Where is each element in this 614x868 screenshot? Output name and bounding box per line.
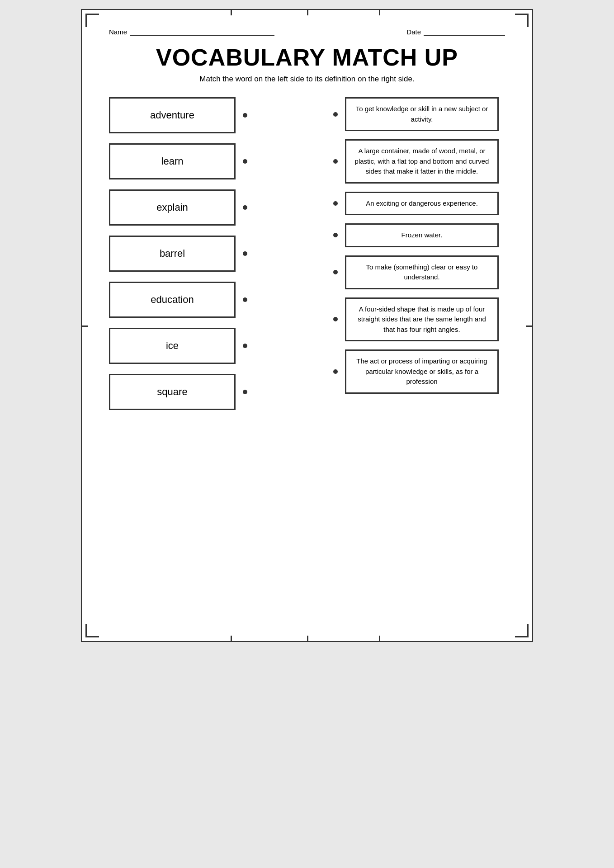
- definitions-column: To get knowledge or skill in a new subje…: [333, 97, 505, 410]
- dot-adventure: [243, 113, 247, 118]
- dot-def-0: [333, 112, 338, 117]
- word-box-barrel: barrel: [109, 236, 236, 272]
- date-section: Date: [406, 28, 505, 36]
- name-underline[interactable]: [130, 28, 274, 36]
- def-row-4: To make (something) clear or easy to und…: [333, 255, 505, 289]
- words-column: adventure learn explain barrel: [109, 97, 263, 410]
- def-row-0: To get knowledge or skill in a new subje…: [333, 97, 505, 131]
- tick-top-2: [307, 10, 308, 15]
- def-box-0: To get knowledge or skill in a new subje…: [345, 97, 499, 131]
- side-notch-right: [526, 326, 532, 327]
- dot-def-5: [333, 317, 338, 321]
- corner-br: [515, 624, 529, 637]
- dot-square: [243, 390, 247, 394]
- tick-bottom-1: [231, 636, 232, 641]
- name-label: Name: [109, 28, 127, 36]
- dot-education: [243, 297, 247, 302]
- dot-ice: [243, 344, 247, 348]
- word-box-explain: explain: [109, 189, 236, 226]
- name-section: Name: [109, 28, 274, 36]
- word-box-ice: ice: [109, 328, 236, 364]
- tick-top-3: [379, 10, 380, 15]
- word-row-adventure: adventure: [109, 97, 263, 133]
- word-box-education: education: [109, 282, 236, 318]
- def-row-6: The act or process of imparting or acqui…: [333, 349, 505, 394]
- date-underline[interactable]: [424, 28, 505, 36]
- corner-tr: [515, 14, 529, 27]
- tick-top-1: [231, 10, 232, 15]
- dot-learn: [243, 159, 247, 164]
- def-row-5: A four-sided shape that is made up of fo…: [333, 297, 505, 342]
- dot-def-2: [333, 201, 338, 206]
- match-area: adventure learn explain barrel: [109, 97, 505, 410]
- corner-tl: [85, 14, 99, 27]
- header-line: Name Date: [109, 28, 505, 36]
- page-subtitle: Match the word on the left side to its d…: [109, 75, 505, 84]
- date-label: Date: [406, 28, 421, 36]
- word-row-education: education: [109, 282, 263, 318]
- word-box-adventure: adventure: [109, 97, 236, 133]
- dot-barrel: [243, 251, 247, 256]
- tick-bottom-3: [379, 636, 380, 641]
- def-box-3: Frozen water.: [345, 223, 499, 247]
- page-title: VOCABULARY MATCH UP: [109, 44, 505, 71]
- tick-bottom-2: [307, 636, 308, 641]
- dot-def-6: [333, 369, 338, 374]
- def-box-2: An exciting or dangerous experience.: [345, 192, 499, 216]
- word-row-learn: learn: [109, 143, 263, 179]
- dot-def-3: [333, 233, 338, 237]
- side-notch-left: [82, 326, 88, 327]
- word-row-square: square: [109, 374, 263, 410]
- dot-def-4: [333, 270, 338, 274]
- corner-bl: [85, 624, 99, 637]
- dot-explain: [243, 205, 247, 210]
- word-row-ice: ice: [109, 328, 263, 364]
- def-box-5: A four-sided shape that is made up of fo…: [345, 297, 499, 342]
- def-row-3: Frozen water.: [333, 223, 505, 247]
- def-box-4: To make (something) clear or easy to und…: [345, 255, 499, 289]
- word-row-barrel: barrel: [109, 236, 263, 272]
- def-box-1: A large container, made of wood, metal, …: [345, 139, 499, 184]
- worksheet-page: Name Date VOCABULARY MATCH UP Match the …: [81, 9, 533, 642]
- word-box-learn: learn: [109, 143, 236, 179]
- def-box-6: The act or process of imparting or acqui…: [345, 349, 499, 394]
- dot-def-1: [333, 159, 338, 164]
- def-row-1: A large container, made of wood, metal, …: [333, 139, 505, 184]
- def-row-2: An exciting or dangerous experience.: [333, 192, 505, 216]
- word-box-square: square: [109, 374, 236, 410]
- word-row-explain: explain: [109, 189, 263, 226]
